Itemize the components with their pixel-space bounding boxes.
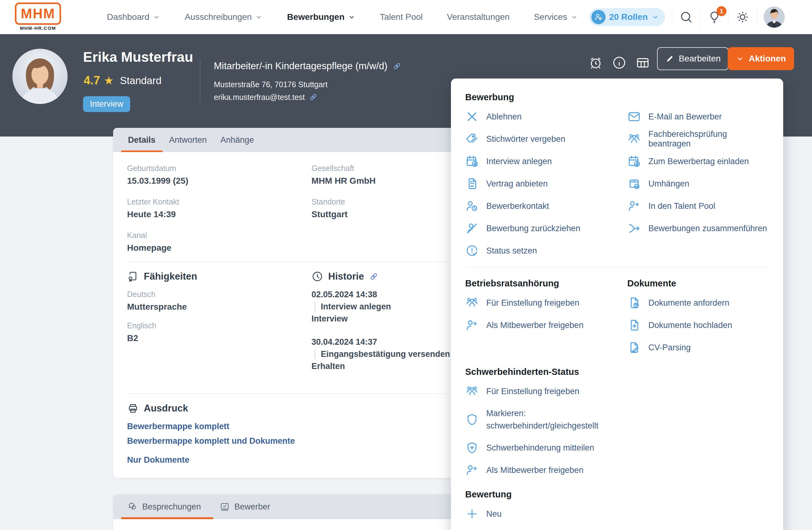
job-title: Mitarbeiter/-in Kindertagespflege (m/w/d… (214, 60, 402, 72)
details-card: Details Antworten Anhänge Geburtsdatum 1… (113, 128, 476, 478)
divider (672, 8, 672, 26)
settings-button[interactable] (736, 10, 750, 24)
menu-item-bewerbertag-einladen[interactable]: Zum Bewerbertag einladen (627, 150, 769, 172)
actions-button[interactable]: Aktionen (728, 47, 794, 70)
nav-item-veranstaltungen[interactable]: Veranstaltungen (447, 12, 509, 22)
tab-bewerber[interactable]: Bewerber (213, 494, 282, 519)
menu-section-title-betriebsrat: Betriebsratsanhörung (465, 278, 627, 289)
search-button[interactable] (679, 10, 693, 24)
menu-item-label: Stichwörter vergeben (486, 134, 565, 144)
header-quick-actions (588, 55, 650, 70)
divider (728, 8, 729, 26)
nav-item-dashboard[interactable]: Dashboard (107, 12, 161, 22)
nav-item-bewerbungen[interactable]: Bewerbungen (287, 12, 356, 22)
menu-item-label: Ablehnen (486, 112, 522, 122)
menu-item-interview-anlegen[interactable]: Interview anlegen (465, 150, 627, 172)
applicant-photo[interactable] (12, 49, 68, 104)
menu-item-bewerbung-zurueckziehen[interactable]: Bewerbung zurückziehen (465, 217, 627, 239)
menu-item-label: Fachbereichsprüfung beantragen (648, 129, 769, 149)
shield-icon (465, 413, 479, 427)
nav-item-talent-pool[interactable]: Talent Pool (380, 12, 423, 22)
history-section: Historie 02.05.2024 14:38 Interview anle… (311, 262, 462, 385)
menu-item-ablehnen[interactable]: Ablehnen (465, 106, 627, 128)
nav-item-ausschreibungen[interactable]: Ausschreibungen (185, 12, 263, 22)
menu-item-label: In den Talent Pool (648, 201, 715, 211)
field-letzter-kontakt: Letzter Kontakt Heute 14:39 (127, 197, 311, 219)
mhm-logo[interactable]: MHM MHM-HR.COM (15, 2, 61, 31)
printer-icon (127, 403, 139, 414)
divider (127, 393, 462, 394)
menu-item-sb-mitteilen[interactable]: Schwerbehinderung mitteilen (465, 436, 769, 459)
roles-dropdown[interactable]: 20 Rollen (589, 8, 665, 26)
user-plus-icon (465, 318, 479, 332)
edit-button[interactable]: Bearbeiten (657, 47, 729, 70)
status-badge[interactable]: Interview (83, 96, 130, 112)
menu-item-fachbereichspruefung[interactable]: Fachbereichsprüfung beantragen (627, 128, 769, 150)
skills-section: Fähigkeiten Deutsch Muttersprache Englis… (127, 262, 311, 385)
menu-item-label: Für Einstellung freigeben (486, 298, 579, 308)
users-icon (627, 132, 641, 146)
menu-item-sb-einstellung-freigeben[interactable]: Für Einstellung freigeben (465, 380, 769, 403)
rating-label: Standard (120, 75, 161, 87)
print-title: Ausdruck (144, 403, 188, 414)
menu-item-bewerbungen-zusammenfuehren[interactable]: Bewerbungen zusammenführen (627, 217, 769, 239)
menu-column-left: Ablehnen Stichwörter vergeben Interview … (465, 106, 627, 262)
tab-anhaenge[interactable]: Anhänge (214, 128, 261, 152)
menu-item-bewertung-neu[interactable]: Neu (465, 503, 769, 525)
x-icon (465, 110, 479, 124)
menu-item-cv-parsing[interactable]: CV-Parsing (627, 336, 769, 359)
print-link-bewerbermappe-dokumente[interactable]: Bewerbermappe komplett und Dokumente (127, 436, 462, 446)
applicant-rating[interactable]: 4.7 ★ Standard (84, 74, 161, 87)
menu-item-sb-markieren[interactable]: Markieren: schwerbehindert/gleichgestell… (465, 403, 769, 436)
link-icon[interactable] (309, 93, 318, 102)
menu-item-email-an-bewerber[interactable]: E-Mail an Bewerber (627, 106, 769, 128)
gear-icon (736, 10, 750, 24)
menu-item-br-mitbewerber-freigeben[interactable]: Als Mitbewerber freigeben (465, 314, 627, 336)
merge-icon (627, 222, 641, 235)
details-tabbar: Details Antworten Anhänge (113, 128, 476, 152)
nav-item-services[interactable]: Services (534, 12, 578, 22)
main-menu: Dashboard Ausschreibungen Bewerbungen Ta… (107, 0, 578, 34)
menu-item-label: Bewerberkontakt (486, 201, 549, 211)
menu-item-dokumente-anfordern[interactable]: Dokumente anfordern (627, 292, 769, 314)
menu-item-label: Bewerbung zurückziehen (486, 224, 580, 233)
field-geburtsdatum: Geburtsdatum 15.03.1999 (25) (127, 164, 311, 186)
link-icon[interactable] (369, 271, 379, 281)
shield-plus-icon (465, 441, 479, 455)
divider (465, 267, 769, 268)
menu-item-umhaengen[interactable]: Umhängen (627, 172, 769, 195)
link-icon[interactable] (392, 61, 402, 71)
menu-item-bewerberkontakt[interactable]: Bewerberkontakt (465, 195, 627, 217)
tab-details[interactable]: Details (121, 128, 162, 152)
calendar-plus-icon (627, 155, 641, 168)
table-view-button[interactable] (635, 55, 650, 70)
menu-item-label: Status setzen (486, 246, 537, 256)
tab-besprechungen[interactable]: Besprechungen (121, 494, 213, 519)
box-check-icon (627, 177, 641, 191)
print-link-bewerbermappe[interactable]: Bewerbermappe komplett (127, 422, 462, 431)
notifications-button[interactable]: 1 (707, 10, 722, 24)
current-user-avatar[interactable] (764, 6, 785, 28)
menu-item-vertrag-anbieten[interactable]: Vertrag anbieten (465, 172, 627, 195)
user-clock-icon (465, 199, 479, 213)
chevron-down-icon (570, 13, 578, 21)
rating-value: 4.7 (84, 74, 100, 87)
document-upload-icon (627, 318, 641, 332)
menu-item-label: CV-Parsing (648, 343, 691, 352)
document-question-icon (627, 296, 641, 310)
contract-icon (465, 177, 479, 191)
mail-check-icon (219, 501, 230, 512)
skills-title: Fähigkeiten (144, 271, 197, 282)
menu-item-status-setzen[interactable]: Status setzen (465, 239, 627, 262)
print-link-nur-dokumente[interactable]: Nur Dokumente (127, 455, 462, 465)
menu-item-dokumente-hochladen[interactable]: Dokumente hochladen (627, 314, 769, 336)
menu-item-br-einstellung-freigeben[interactable]: Für Einstellung freigeben (465, 292, 627, 314)
menu-item-in-den-talent-pool[interactable]: In den Talent Pool (627, 195, 769, 217)
reminder-button[interactable] (588, 55, 603, 70)
menu-item-sb-mitbewerber-freigeben[interactable]: Als Mitbewerber freigeben (465, 459, 769, 481)
menu-item-stichwoerter-vergeben[interactable]: Stichwörter vergeben (465, 128, 627, 150)
tab-antworten[interactable]: Antworten (162, 128, 214, 152)
calendar-plus-icon (465, 155, 479, 168)
info-button[interactable] (612, 55, 627, 70)
betriebsrat-section: Betriebsratsanhörung Für Einstellung fre… (465, 270, 627, 359)
